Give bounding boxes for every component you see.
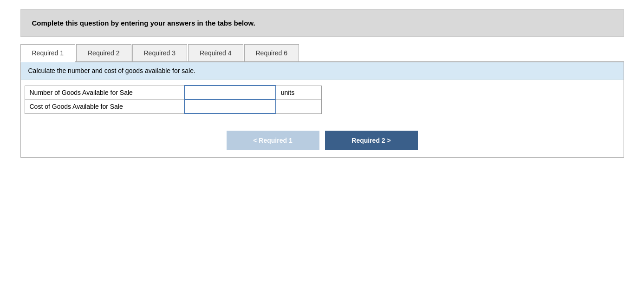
row-2-unit (276, 100, 321, 113)
buttons-row: < Required 1 Required 2 > (21, 131, 624, 157)
instruction-banner: Complete this question by entering your … (20, 9, 624, 37)
cost-of-goods-input[interactable] (185, 100, 275, 113)
tab-required-6[interactable]: Required 6 (244, 44, 299, 61)
instruction-text: Complete this question by entering your … (32, 19, 612, 27)
tabs-row: Required 1 Required 2 Required 3 Require… (20, 44, 624, 62)
goods-table: Number of Goods Available for Sale units… (25, 85, 322, 114)
number-of-goods-input[interactable] (185, 86, 275, 99)
section-header: Calculate the number and cost of goods a… (21, 62, 624, 80)
tab-required-3[interactable]: Required 3 (132, 44, 188, 61)
content-area: Calculate the number and cost of goods a… (20, 62, 624, 158)
row-1-input-cell (184, 86, 276, 100)
tab-required-2[interactable]: Required 2 (76, 44, 131, 61)
section-header-text: Calculate the number and cost of goods a… (28, 67, 195, 74)
row-2-label: Cost of Goods Available for Sale (25, 100, 184, 113)
table-row: Cost of Goods Available for Sale (25, 100, 321, 113)
row-2-input-cell (184, 100, 276, 113)
table-row: Number of Goods Available for Sale units (25, 86, 321, 100)
prev-button[interactable]: < Required 1 (227, 131, 319, 150)
tab-required-4[interactable]: Required 4 (188, 44, 243, 61)
row-1-label: Number of Goods Available for Sale (25, 86, 184, 100)
table-section: Number of Goods Available for Sale units… (21, 80, 624, 120)
tab-required-1[interactable]: Required 1 (20, 44, 76, 62)
next-button[interactable]: Required 2 > (325, 131, 418, 150)
main-container: Complete this question by entering your … (20, 9, 624, 158)
row-1-unit: units (276, 86, 321, 100)
